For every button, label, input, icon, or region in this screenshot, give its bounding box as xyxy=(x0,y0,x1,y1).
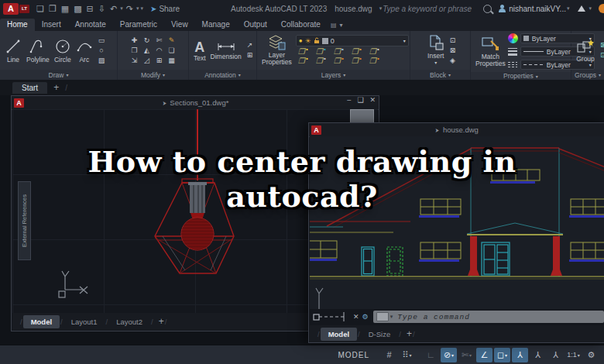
copy-tool-icon[interactable]: ❐ xyxy=(129,46,140,56)
snap-mode-toggle-icon[interactable]: ⠿▾ xyxy=(399,348,415,362)
layer-properties-button[interactable]: Layer Properties xyxy=(259,35,294,66)
layer-previous-tool-icon[interactable]: ❐• xyxy=(349,57,361,66)
polyline-tool-button[interactable]: Polyline xyxy=(24,38,52,64)
match-properties-button[interactable]: Match Properties xyxy=(473,36,508,67)
trim-tool-icon[interactable]: ✄ xyxy=(154,36,165,46)
scrollbar-thumb[interactable] xyxy=(350,109,374,123)
rectangle-tool-icon[interactable]: ▭ xyxy=(98,36,105,46)
annotation-visibility-toggle-icon[interactable]: ⅄ xyxy=(512,348,528,362)
maximize-icon[interactable]: ❑ xyxy=(357,96,363,104)
undo-caret-icon[interactable]: ▾ xyxy=(120,0,123,17)
layer-walk-tool-icon[interactable]: ❐• xyxy=(367,57,379,66)
tab-layout2[interactable]: Layout2 xyxy=(108,315,150,328)
user-avatar-icon[interactable] xyxy=(498,5,506,12)
redo-icon[interactable]: ↷ xyxy=(126,0,133,17)
fillet-tool-icon[interactable]: ◠ xyxy=(154,46,165,56)
object-snap-toggle-icon[interactable]: ◻▾ xyxy=(494,348,510,362)
new-drawing-tab-button[interactable]: + xyxy=(53,82,59,93)
mirror-tool-icon[interactable]: ◭ xyxy=(142,46,153,56)
user-menu-caret-icon[interactable]: ▾ xyxy=(567,0,570,17)
grid-display-toggle-icon[interactable]: # xyxy=(381,348,397,362)
line-tool-button[interactable]: Line xyxy=(2,38,24,64)
hatch-tool-icon[interactable]: ▨ xyxy=(98,56,105,66)
ribbon-display-toggle-icon[interactable]: ▤ xyxy=(331,22,337,31)
annotation-scale-icon[interactable]: ⅄ xyxy=(547,348,564,362)
search-input[interactable]: Type a keyword or phrase xyxy=(383,5,482,13)
autoscale-toggle-icon[interactable]: ⅄ xyxy=(530,348,546,362)
stretch-tool-icon[interactable]: ⇲ xyxy=(129,56,140,66)
house-window-titlebar[interactable]: A ➤house.dwg xyxy=(309,123,604,137)
tab-home[interactable]: Home xyxy=(0,19,35,31)
add-layout-button[interactable]: + xyxy=(159,316,164,327)
command-close-icon[interactable]: ✕ xyxy=(353,313,359,321)
tab-annotate[interactable]: Annotate xyxy=(68,19,113,31)
layer-on-all-tool-icon[interactable]: ❐• xyxy=(296,57,307,66)
tab-parametric[interactable]: Parametric xyxy=(113,19,164,31)
search-scope-caret-icon[interactable]: ▾ xyxy=(379,0,383,17)
insert-block-button[interactable]: Insert ▾ xyxy=(425,34,447,67)
open-file-icon[interactable]: ❒ xyxy=(49,0,57,17)
edit-block-tool-icon[interactable]: ⊠ xyxy=(450,46,456,56)
tab-insert[interactable]: Insert xyxy=(35,19,68,31)
customize-qat-caret-icon[interactable]: ▾ xyxy=(140,0,143,17)
save-icon[interactable]: ▦ xyxy=(61,0,69,17)
model-space-indicator[interactable]: MODEL xyxy=(338,351,369,359)
ungroup-tool-icon[interactable]: ⊠ xyxy=(600,40,604,50)
text-tool-button[interactable]: A Text xyxy=(191,39,208,62)
scale-tool-icon[interactable]: ◿ xyxy=(142,56,153,66)
new-file-icon[interactable]: ❏ xyxy=(36,0,44,17)
tab-output[interactable]: Output xyxy=(237,19,274,31)
command-input[interactable]: Type a command xyxy=(397,313,470,321)
minimize-icon[interactable]: – xyxy=(347,96,351,104)
search-icon[interactable] xyxy=(483,5,492,13)
tab-manage[interactable]: Manage xyxy=(195,19,237,31)
tab-collaborate[interactable]: Collaborate xyxy=(274,19,328,31)
panel-label-block[interactable]: Block▾ xyxy=(410,70,470,80)
circle-tool-button[interactable]: Circle xyxy=(52,38,74,64)
tab-model[interactable]: Model xyxy=(321,328,357,341)
dimension-tool-button[interactable]: Dimension xyxy=(208,41,244,60)
arc-tool-button[interactable]: Arc xyxy=(74,38,95,64)
command-caret-icon[interactable]: ▾ xyxy=(390,314,393,320)
isodraft-toggle-icon[interactable]: ✄▾ xyxy=(458,348,475,362)
layer-select[interactable]: ● ☀ 0 ▾ xyxy=(296,35,409,46)
add-layout-button[interactable]: + xyxy=(407,328,412,339)
tab-model[interactable]: Model xyxy=(23,315,60,328)
erase-tool-icon[interactable]: ✎ xyxy=(166,36,177,46)
explode-tool-icon[interactable]: ▦ xyxy=(166,56,177,66)
command-customize-icon[interactable]: ⚙ xyxy=(362,313,369,321)
share-icon[interactable]: ➤ xyxy=(150,5,156,13)
rotate-tool-icon[interactable]: ↻ xyxy=(142,36,153,46)
tab-view[interactable]: View xyxy=(164,19,195,31)
share-button[interactable]: Share xyxy=(159,5,180,13)
tab-d-size[interactable]: D-Size xyxy=(361,328,399,341)
block-attributes-tool-icon[interactable]: ◈ xyxy=(450,56,456,66)
command-recent-icon[interactable] xyxy=(376,312,389,321)
group-edit-tool-icon[interactable]: ⊡ xyxy=(600,50,604,60)
autodesk-menu-caret-icon[interactable]: ▾ xyxy=(589,0,592,17)
redo-caret-icon[interactable]: ▾ xyxy=(136,0,139,17)
tab-layout1[interactable]: Layout1 xyxy=(63,315,105,328)
table-tool-icon[interactable]: ⊞ xyxy=(247,50,253,60)
panel-label-draw[interactable]: Draw▾ xyxy=(0,70,117,80)
array-tool-icon[interactable]: ⊞ xyxy=(154,56,165,66)
customization-gear-icon[interactable]: ⚙ xyxy=(583,348,599,362)
notification-badge-icon[interactable] xyxy=(599,4,604,13)
group-button[interactable]: Group xyxy=(574,39,597,63)
create-block-tool-icon[interactable]: ⊡ xyxy=(450,36,456,46)
close-icon[interactable]: ✕ xyxy=(369,96,376,104)
panel-label-layers[interactable]: Layers▾ xyxy=(257,70,410,80)
move-tool-icon[interactable]: ✚ xyxy=(129,36,140,46)
ribbon-display-caret-icon[interactable]: ▾ xyxy=(340,22,343,31)
undo-icon[interactable]: ↶ xyxy=(110,0,117,17)
layer-thaw-tool-icon[interactable]: ❐• xyxy=(314,57,325,66)
ellipse-tool-icon[interactable]: ○ xyxy=(98,46,105,56)
autocad-logo-icon[interactable]: A xyxy=(3,3,19,15)
command-line[interactable]: ▾ Type a command xyxy=(373,311,604,323)
panel-label-groups[interactable]: Groups▾ xyxy=(571,70,604,80)
panel-label-annotation[interactable]: Annotation▾ xyxy=(189,70,256,80)
signed-in-user[interactable]: nishant.naikVY... xyxy=(509,5,566,13)
save-as-icon[interactable]: ▩ xyxy=(74,0,81,17)
autodesk-logo-icon[interactable] xyxy=(578,5,585,12)
layer-unlock-tool-icon[interactable]: ❐• xyxy=(331,57,343,66)
